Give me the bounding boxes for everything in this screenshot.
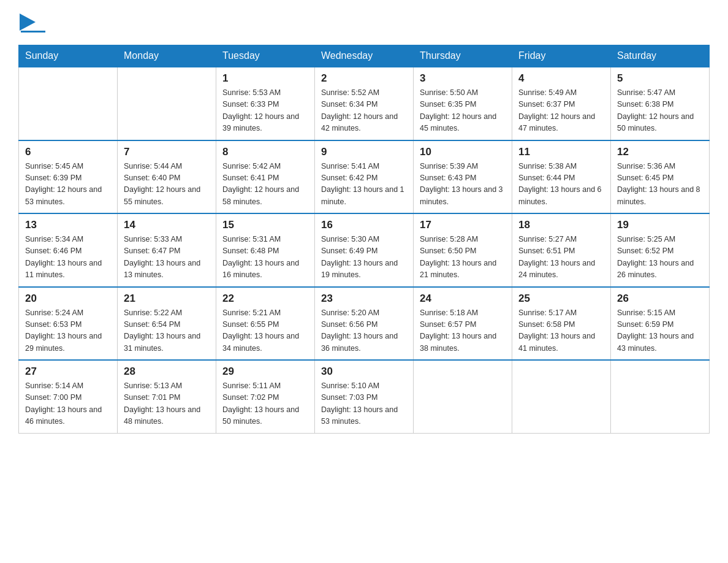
calendar-cell: 30Sunrise: 5:10 AM Sunset: 7:03 PM Dayli… bbox=[315, 360, 414, 433]
header-cell-saturday: Saturday bbox=[611, 45, 710, 67]
calendar-cell: 23Sunrise: 5:20 AM Sunset: 6:56 PM Dayli… bbox=[315, 287, 414, 361]
calendar-cell: 14Sunrise: 5:33 AM Sunset: 6:47 PM Dayli… bbox=[118, 213, 216, 287]
header-cell-friday: Friday bbox=[512, 45, 611, 67]
day-info: Sunrise: 5:42 AM Sunset: 6:41 PM Dayligh… bbox=[222, 161, 308, 209]
calendar-cell: 10Sunrise: 5:39 AM Sunset: 6:43 PM Dayli… bbox=[414, 140, 512, 214]
week-row-1: 1Sunrise: 5:53 AM Sunset: 6:33 PM Daylig… bbox=[19, 67, 710, 140]
calendar-cell: 3Sunrise: 5:50 AM Sunset: 6:35 PM Daylig… bbox=[414, 67, 512, 140]
day-info: Sunrise: 5:21 AM Sunset: 6:55 PM Dayligh… bbox=[222, 307, 308, 355]
page-header bbox=[18, 12, 710, 33]
day-info: Sunrise: 5:53 AM Sunset: 6:33 PM Dayligh… bbox=[222, 87, 308, 135]
day-info: Sunrise: 5:36 AM Sunset: 6:45 PM Dayligh… bbox=[617, 161, 703, 209]
day-info: Sunrise: 5:38 AM Sunset: 6:44 PM Dayligh… bbox=[518, 161, 604, 209]
header-cell-tuesday: Tuesday bbox=[216, 45, 315, 67]
day-info: Sunrise: 5:28 AM Sunset: 6:50 PM Dayligh… bbox=[420, 234, 506, 282]
calendar-cell: 25Sunrise: 5:17 AM Sunset: 6:58 PM Dayli… bbox=[512, 287, 611, 361]
calendar-cell: 29Sunrise: 5:11 AM Sunset: 7:02 PM Dayli… bbox=[216, 360, 315, 433]
day-number: 23 bbox=[321, 293, 407, 305]
day-number: 6 bbox=[25, 146, 111, 158]
calendar-cell: 1Sunrise: 5:53 AM Sunset: 6:33 PM Daylig… bbox=[216, 67, 315, 140]
day-info: Sunrise: 5:15 AM Sunset: 6:59 PM Dayligh… bbox=[617, 307, 703, 355]
day-number: 16 bbox=[321, 219, 407, 231]
day-number: 27 bbox=[25, 366, 111, 378]
day-info: Sunrise: 5:17 AM Sunset: 6:58 PM Dayligh… bbox=[518, 307, 604, 355]
day-number: 1 bbox=[222, 72, 308, 85]
calendar-header: SundayMondayTuesdayWednesdayThursdayFrid… bbox=[19, 45, 710, 67]
day-info: Sunrise: 5:39 AM Sunset: 6:43 PM Dayligh… bbox=[420, 161, 506, 209]
day-info: Sunrise: 5:20 AM Sunset: 6:56 PM Dayligh… bbox=[321, 307, 407, 355]
calendar-cell: 4Sunrise: 5:49 AM Sunset: 6:37 PM Daylig… bbox=[512, 67, 611, 140]
day-number: 20 bbox=[25, 293, 111, 305]
calendar-cell: 6Sunrise: 5:45 AM Sunset: 6:39 PM Daylig… bbox=[19, 140, 118, 214]
day-info: Sunrise: 5:49 AM Sunset: 6:37 PM Dayligh… bbox=[518, 87, 604, 135]
calendar-cell: 21Sunrise: 5:22 AM Sunset: 6:54 PM Dayli… bbox=[118, 287, 216, 361]
header-cell-wednesday: Wednesday bbox=[315, 45, 414, 67]
calendar-cell: 15Sunrise: 5:31 AM Sunset: 6:48 PM Dayli… bbox=[216, 213, 315, 287]
calendar-cell: 24Sunrise: 5:18 AM Sunset: 6:57 PM Dayli… bbox=[414, 287, 512, 361]
calendar-cell: 2Sunrise: 5:52 AM Sunset: 6:34 PM Daylig… bbox=[315, 67, 414, 140]
day-number: 28 bbox=[124, 366, 210, 378]
day-number: 22 bbox=[222, 293, 308, 305]
calendar-cell: 8Sunrise: 5:42 AM Sunset: 6:41 PM Daylig… bbox=[216, 140, 315, 214]
day-number: 9 bbox=[321, 146, 407, 158]
day-number: 13 bbox=[25, 219, 111, 231]
day-number: 21 bbox=[124, 293, 210, 305]
calendar-cell: 19Sunrise: 5:25 AM Sunset: 6:52 PM Dayli… bbox=[611, 213, 710, 287]
day-number: 15 bbox=[222, 219, 308, 231]
day-info: Sunrise: 5:34 AM Sunset: 6:46 PM Dayligh… bbox=[25, 234, 111, 282]
day-info: Sunrise: 5:14 AM Sunset: 7:00 PM Dayligh… bbox=[25, 380, 111, 428]
day-number: 10 bbox=[420, 146, 506, 158]
day-info: Sunrise: 5:24 AM Sunset: 6:53 PM Dayligh… bbox=[25, 307, 111, 355]
day-info: Sunrise: 5:41 AM Sunset: 6:42 PM Dayligh… bbox=[321, 161, 407, 209]
day-info: Sunrise: 5:30 AM Sunset: 6:49 PM Dayligh… bbox=[321, 234, 407, 282]
day-number: 5 bbox=[617, 72, 703, 85]
logo bbox=[18, 12, 45, 33]
calendar-cell: 27Sunrise: 5:14 AM Sunset: 7:00 PM Dayli… bbox=[19, 360, 118, 433]
week-row-4: 20Sunrise: 5:24 AM Sunset: 6:53 PM Dayli… bbox=[19, 287, 710, 361]
day-info: Sunrise: 5:31 AM Sunset: 6:48 PM Dayligh… bbox=[222, 234, 308, 282]
header-cell-thursday: Thursday bbox=[414, 45, 512, 67]
calendar-cell: 11Sunrise: 5:38 AM Sunset: 6:44 PM Dayli… bbox=[512, 140, 611, 214]
day-info: Sunrise: 5:22 AM Sunset: 6:54 PM Dayligh… bbox=[124, 307, 210, 355]
week-row-5: 27Sunrise: 5:14 AM Sunset: 7:00 PM Dayli… bbox=[19, 360, 710, 433]
day-info: Sunrise: 5:47 AM Sunset: 6:38 PM Dayligh… bbox=[617, 87, 703, 135]
day-info: Sunrise: 5:33 AM Sunset: 6:47 PM Dayligh… bbox=[124, 234, 210, 282]
calendar-body: 1Sunrise: 5:53 AM Sunset: 6:33 PM Daylig… bbox=[19, 67, 710, 433]
calendar-cell bbox=[118, 67, 216, 140]
calendar-cell: 18Sunrise: 5:27 AM Sunset: 6:51 PM Dayli… bbox=[512, 213, 611, 287]
day-number: 14 bbox=[124, 219, 210, 231]
calendar-cell bbox=[19, 67, 118, 140]
day-number: 25 bbox=[518, 293, 604, 305]
day-number: 19 bbox=[617, 219, 703, 231]
header-cell-sunday: Sunday bbox=[19, 45, 118, 67]
day-number: 29 bbox=[222, 366, 308, 378]
calendar-cell bbox=[611, 360, 710, 433]
day-info: Sunrise: 5:45 AM Sunset: 6:39 PM Dayligh… bbox=[25, 161, 111, 209]
day-number: 18 bbox=[518, 219, 604, 231]
day-number: 4 bbox=[518, 72, 604, 85]
day-number: 30 bbox=[321, 366, 407, 378]
day-info: Sunrise: 5:27 AM Sunset: 6:51 PM Dayligh… bbox=[518, 234, 604, 282]
calendar-cell: 12Sunrise: 5:36 AM Sunset: 6:45 PM Dayli… bbox=[611, 140, 710, 214]
day-info: Sunrise: 5:44 AM Sunset: 6:40 PM Dayligh… bbox=[124, 161, 210, 209]
calendar-cell: 20Sunrise: 5:24 AM Sunset: 6:53 PM Dayli… bbox=[19, 287, 118, 361]
day-info: Sunrise: 5:18 AM Sunset: 6:57 PM Dayligh… bbox=[420, 307, 506, 355]
week-row-3: 13Sunrise: 5:34 AM Sunset: 6:46 PM Dayli… bbox=[19, 213, 710, 287]
calendar-cell: 22Sunrise: 5:21 AM Sunset: 6:55 PM Dayli… bbox=[216, 287, 315, 361]
day-info: Sunrise: 5:11 AM Sunset: 7:02 PM Dayligh… bbox=[222, 380, 308, 428]
day-number: 11 bbox=[518, 146, 604, 158]
calendar-cell: 5Sunrise: 5:47 AM Sunset: 6:38 PM Daylig… bbox=[611, 67, 710, 140]
calendar-cell bbox=[512, 360, 611, 433]
calendar-cell bbox=[414, 360, 512, 433]
header-cell-monday: Monday bbox=[118, 45, 216, 67]
day-info: Sunrise: 5:13 AM Sunset: 7:01 PM Dayligh… bbox=[124, 380, 210, 428]
calendar-cell: 7Sunrise: 5:44 AM Sunset: 6:40 PM Daylig… bbox=[118, 140, 216, 214]
day-number: 3 bbox=[420, 72, 506, 85]
day-number: 12 bbox=[617, 146, 703, 158]
day-info: Sunrise: 5:50 AM Sunset: 6:35 PM Dayligh… bbox=[420, 87, 506, 135]
day-number: 7 bbox=[124, 146, 210, 158]
day-number: 2 bbox=[321, 72, 407, 85]
calendar-cell: 28Sunrise: 5:13 AM Sunset: 7:01 PM Dayli… bbox=[118, 360, 216, 433]
calendar-cell: 26Sunrise: 5:15 AM Sunset: 6:59 PM Dayli… bbox=[611, 287, 710, 361]
calendar-cell: 13Sunrise: 5:34 AM Sunset: 6:46 PM Dayli… bbox=[19, 213, 118, 287]
